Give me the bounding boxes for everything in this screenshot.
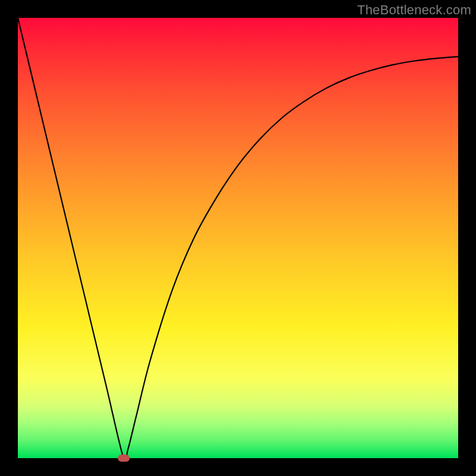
bottleneck-curve <box>18 18 458 458</box>
optimal-point-marker <box>118 455 130 462</box>
watermark-text: TheBottleneck.com <box>357 2 471 18</box>
curve-path <box>18 18 458 458</box>
plot-area <box>18 18 458 458</box>
chart-frame: TheBottleneck.com <box>0 0 476 476</box>
